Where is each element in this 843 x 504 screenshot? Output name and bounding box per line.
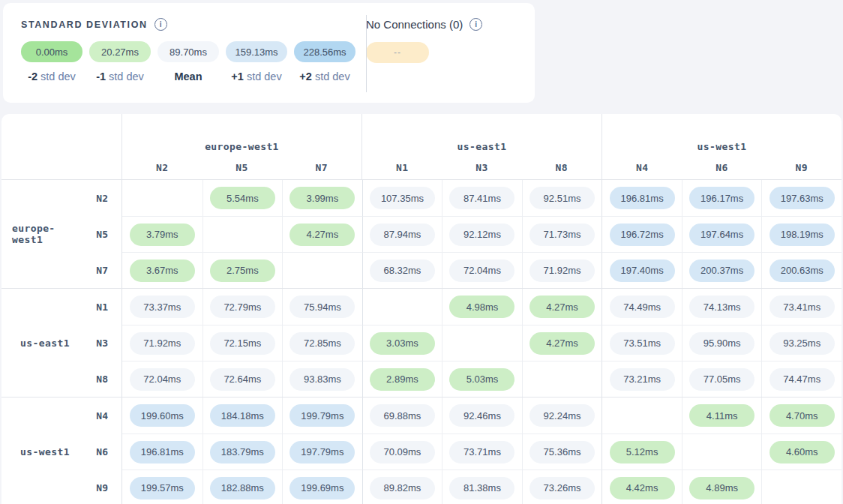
node-column-header: N5 (202, 162, 281, 173)
latency-pill[interactable]: 196.72ms (610, 224, 675, 246)
latency-pill[interactable]: 200.37ms (689, 260, 754, 282)
latency-pill[interactable]: 73.26ms (530, 477, 595, 500)
latency-pill[interactable]: 184.18ms (210, 404, 275, 427)
latency-pill[interactable]: 87.94ms (370, 224, 435, 246)
latency-pill[interactable]: 4.98ms (449, 296, 514, 318)
latency-pill[interactable]: 73.21ms (610, 368, 675, 391)
latency-pill[interactable]: 199.57ms (130, 477, 195, 500)
latency-pill[interactable]: 3.03ms (370, 332, 435, 355)
matrix-cell: 4.27ms (522, 289, 602, 325)
app-root: STANDARD DEVIATION i 0.00ms-2 std dev20.… (0, 0, 843, 504)
node-column-header: N9 (762, 162, 842, 173)
latency-pill[interactable]: 5.12ms (610, 441, 675, 464)
latency-pill[interactable]: 92.51ms (530, 187, 595, 209)
legend-stop-pill: 20.27ms (89, 41, 151, 62)
matrix-cell: 5.03ms (442, 361, 522, 397)
latency-pill[interactable]: 75.36ms (530, 441, 595, 464)
latency-pill[interactable]: 71.92ms (130, 332, 195, 355)
node-row-label: N8 (78, 361, 122, 397)
latency-pill[interactable]: 197.79ms (290, 441, 355, 464)
latency-pill[interactable]: 199.79ms (290, 404, 355, 427)
latency-pill[interactable]: 92.12ms (449, 224, 514, 246)
latency-pill[interactable]: 4.11ms (689, 404, 754, 427)
latency-pill[interactable]: 200.63ms (770, 260, 835, 282)
latency-pill[interactable]: 92.24ms (530, 404, 595, 427)
latency-pill[interactable]: 4.89ms (689, 477, 754, 500)
matrix-header: europe-west1N2N5N7us-east1N1N3N8us-west1… (2, 114, 842, 180)
latency-pill[interactable]: 5.54ms (210, 187, 275, 209)
latency-pill[interactable]: 198.19ms (770, 224, 835, 246)
latency-pill[interactable]: 196.81ms (610, 187, 675, 209)
latency-pill[interactable]: 4.27ms (530, 296, 595, 318)
latency-pill[interactable]: 73.51ms (610, 332, 675, 355)
latency-pill[interactable]: 72.04ms (449, 260, 514, 282)
latency-pill[interactable]: 4.42ms (610, 477, 675, 500)
latency-matrix: europe-west1N2N5N7us-east1N1N3N8us-west1… (2, 114, 842, 504)
node-row-label: N2 (78, 180, 122, 216)
matrix-cell: 72.79ms (202, 289, 283, 325)
latency-pill[interactable]: 4.27ms (530, 332, 595, 355)
latency-pill[interactable]: 4.27ms (290, 224, 355, 246)
latency-pill[interactable]: 73.41ms (770, 296, 835, 318)
latency-pill[interactable]: 72.64ms (210, 368, 275, 391)
no-connections-legend: No Connections (0) i -- (346, 3, 482, 103)
matrix-cell: 70.09ms (362, 434, 442, 470)
latency-pill[interactable]: 3.99ms (290, 187, 355, 209)
matrix-cell (362, 289, 442, 325)
latency-pill[interactable]: 95.90ms (689, 332, 754, 355)
latency-pill[interactable]: 2.89ms (370, 368, 435, 391)
latency-pill[interactable]: 107.35ms (370, 187, 435, 209)
latency-pill[interactable]: 2.75ms (210, 260, 275, 282)
info-icon[interactable]: i (154, 18, 167, 31)
matrix-cell: 4.60ms (761, 434, 842, 470)
latency-pill[interactable]: 4.60ms (770, 441, 835, 464)
latency-pill[interactable]: 197.40ms (610, 260, 675, 282)
latency-pill[interactable]: 199.60ms (130, 404, 195, 427)
latency-pill[interactable]: 196.17ms (689, 187, 754, 209)
latency-pill[interactable]: 72.15ms (210, 332, 275, 355)
latency-pill[interactable]: 74.47ms (770, 368, 835, 391)
node-row-label: N6 (78, 434, 122, 470)
latency-pill[interactable]: 81.38ms (449, 477, 514, 500)
matrix-cell: 92.24ms (522, 398, 602, 434)
latency-pill[interactable]: 182.88ms (210, 477, 275, 500)
latency-pill[interactable]: 70.09ms (370, 441, 435, 464)
latency-pill[interactable]: 77.05ms (689, 368, 754, 391)
matrix-cell: 73.71ms (442, 434, 522, 470)
latency-pill[interactable]: 5.03ms (449, 368, 514, 391)
matrix-cell: 200.63ms (761, 252, 842, 288)
latency-pill[interactable]: 3.79ms (130, 224, 195, 246)
latency-pill[interactable]: 68.32ms (370, 260, 435, 282)
latency-pill[interactable]: 3.67ms (130, 260, 195, 282)
latency-pill[interactable]: 89.82ms (370, 477, 435, 500)
matrix-cell (122, 180, 202, 216)
matrix-cell: 75.94ms (282, 289, 362, 325)
latency-pill[interactable]: 73.37ms (130, 296, 195, 318)
node-column-header: N4 (602, 162, 682, 173)
latency-pill[interactable]: 197.64ms (689, 224, 754, 246)
latency-pill[interactable]: 72.79ms (210, 296, 275, 318)
latency-pill[interactable]: 93.83ms (290, 368, 355, 391)
latency-pill[interactable]: 74.49ms (610, 296, 675, 318)
matrix-cell: 73.26ms (522, 470, 602, 504)
info-icon[interactable]: i (470, 18, 482, 31)
latency-pill[interactable]: 183.79ms (210, 441, 275, 464)
latency-pill[interactable]: 196.81ms (130, 441, 195, 464)
latency-pill[interactable]: 4.70ms (770, 404, 835, 427)
latency-pill[interactable]: 69.88ms (370, 404, 435, 427)
latency-pill[interactable]: 92.46ms (449, 404, 514, 427)
latency-pill[interactable]: 71.73ms (530, 224, 595, 246)
latency-pill[interactable]: 73.71ms (449, 441, 514, 464)
latency-pill[interactable]: 197.63ms (770, 187, 835, 209)
latency-pill[interactable]: 199.69ms (290, 477, 355, 500)
latency-pill[interactable]: 93.25ms (770, 332, 835, 355)
matrix-cell: 4.11ms (682, 398, 762, 434)
latency-pill[interactable]: 75.94ms (290, 296, 355, 318)
matrix-cell: 3.67ms (122, 252, 202, 288)
latency-pill[interactable]: 87.41ms (449, 187, 514, 209)
latency-pill[interactable]: 72.04ms (130, 368, 195, 391)
latency-pill[interactable]: 72.85ms (290, 332, 355, 355)
latency-pill[interactable]: 71.92ms (530, 260, 595, 282)
legend-stop-bold: +1 (231, 70, 244, 82)
latency-pill[interactable]: 74.13ms (689, 296, 754, 318)
